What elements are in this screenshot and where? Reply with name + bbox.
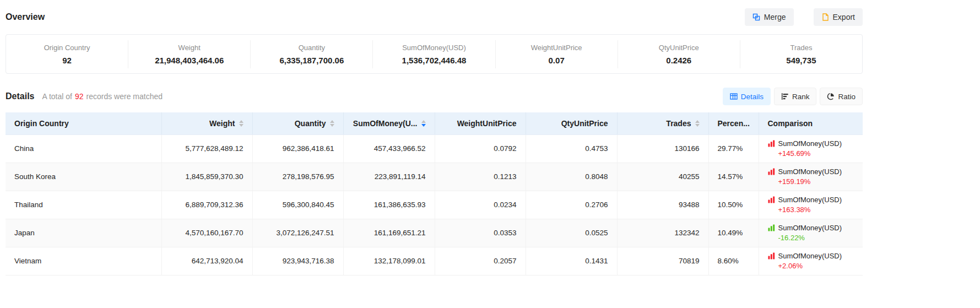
merge-button-label: Merge xyxy=(764,13,786,21)
summary-label: Trades xyxy=(743,44,860,52)
sort-icon[interactable] xyxy=(421,120,426,127)
col-weight[interactable]: Weight xyxy=(161,112,252,134)
summary-value: 92 xyxy=(8,56,126,65)
cell-weight-unit-price: 0.1213 xyxy=(435,163,526,191)
cell-sum: 457,433,966.52 xyxy=(343,134,435,163)
mini-bar-chart-icon[interactable] xyxy=(768,252,775,260)
summary-item-quantity: Quantity 6,335,187,700.06 xyxy=(250,40,372,68)
cell-sum: 223,891,119.14 xyxy=(343,163,435,191)
mini-bar-chart-icon[interactable] xyxy=(768,196,775,203)
summary-value: 0.07 xyxy=(498,56,615,65)
summary-item-qtyunitprice: QtyUnitPrice 0.2426 xyxy=(618,40,740,68)
cell-quantity: 923,943,716.38 xyxy=(252,247,343,275)
pie-chart-icon xyxy=(827,93,835,100)
cell-quantity: 962,386,418.61 xyxy=(252,134,343,163)
col-quantity[interactable]: Quantity xyxy=(252,112,343,134)
cell-sum: 161,386,635.93 xyxy=(343,191,435,219)
tab-details-label: Details xyxy=(741,93,764,101)
cell-percent: 10.50% xyxy=(708,191,759,219)
mini-bar-chart-icon[interactable] xyxy=(768,168,775,175)
summary-value: 549,735 xyxy=(743,56,860,65)
cell-quantity: 596,300,840.45 xyxy=(252,191,343,219)
cell-comparison: SumOfMoney(USD) +163.38% xyxy=(759,191,863,219)
comparison-label: SumOfMoney(USD) xyxy=(778,224,842,232)
export-icon xyxy=(821,13,829,21)
comparison-label: SumOfMoney(USD) xyxy=(778,139,842,148)
tab-rank[interactable]: Rank xyxy=(774,88,817,105)
sort-icon[interactable] xyxy=(695,120,700,127)
records-count: 92 xyxy=(75,92,84,101)
topbar: Overview Merge Export xyxy=(6,7,863,28)
col-label: Quantity xyxy=(295,119,326,128)
details-title: Details xyxy=(6,91,34,101)
records-matched-text: A total of92records were matched xyxy=(42,92,163,101)
col-label: QtyUnitPrice xyxy=(561,119,608,128)
comparison-change: +159.19% xyxy=(768,177,854,186)
cell-quantity: 278,198,576.95 xyxy=(252,163,343,191)
caret-down-icon xyxy=(330,124,334,127)
comparison-change: -16.22% xyxy=(768,234,854,242)
comparison-label: SumOfMoney(USD) xyxy=(778,196,842,204)
col-label: Origin Country xyxy=(14,119,69,128)
table-row: Japan 4,570,160,167.70 3,072,126,247.51 … xyxy=(6,219,863,247)
table-row: South Korea 1,845,859,370.30 278,198,576… xyxy=(6,163,863,191)
col-sumofmoney[interactable]: SumOfMoney(U... xyxy=(343,112,435,134)
tab-ratio[interactable]: Ratio xyxy=(820,88,863,105)
tab-rank-label: Rank xyxy=(792,93,810,101)
cell-trades: 93488 xyxy=(617,191,708,219)
col-origin-country: Origin Country xyxy=(6,112,161,134)
details-table: Origin Country Weight Quantity xyxy=(6,112,863,275)
cell-comparison: SumOfMoney(USD) +145.69% xyxy=(759,134,863,163)
cell-weight-unit-price: 0.0792 xyxy=(435,134,526,163)
cell-comparison: SumOfMoney(USD) +2.06% xyxy=(759,247,863,275)
summary-value: 1,536,702,446.48 xyxy=(375,56,492,65)
table-header-row: Origin Country Weight Quantity xyxy=(6,112,863,134)
cell-trades: 70819 xyxy=(617,247,708,275)
col-label: WeightUnitPrice xyxy=(457,119,517,128)
cell-sum: 132,178,099.01 xyxy=(343,247,435,275)
tab-details[interactable]: Details xyxy=(723,88,771,105)
export-button[interactable]: Export xyxy=(814,8,863,26)
cell-comparison: SumOfMoney(USD) +159.19% xyxy=(759,163,863,191)
details-bar: Details A total of92records were matched… xyxy=(6,87,863,106)
top-actions: Merge Export xyxy=(745,8,863,26)
merge-icon xyxy=(752,13,760,21)
summary-label: Weight xyxy=(131,44,248,52)
cell-weight: 4,570,160,167.70 xyxy=(161,219,252,247)
col-weightunitprice: WeightUnitPrice xyxy=(435,112,526,134)
sort-icon[interactable] xyxy=(239,120,243,127)
merge-button[interactable]: Merge xyxy=(745,8,794,26)
cell-trades: 40255 xyxy=(617,163,708,191)
cell-qty-unit-price: 0.4753 xyxy=(526,134,617,163)
caret-down-icon xyxy=(421,124,426,127)
caret-up-icon xyxy=(239,120,243,123)
col-trades[interactable]: Trades xyxy=(617,112,708,134)
table-row: Vietnam 642,713,920.04 923,943,716.38 13… xyxy=(6,247,863,275)
col-label: Percen... xyxy=(718,119,750,128)
tab-ratio-label: Ratio xyxy=(838,93,856,101)
cell-trades: 132342 xyxy=(617,219,708,247)
page-title: Overview xyxy=(6,12,45,22)
cell-quantity: 3,072,126,247.51 xyxy=(252,219,343,247)
comparison-label: SumOfMoney(USD) xyxy=(778,252,842,260)
cell-country: Vietnam xyxy=(6,247,161,275)
rank-chart-icon xyxy=(781,93,789,100)
caret-down-icon xyxy=(239,124,243,127)
caret-up-icon xyxy=(330,120,334,123)
export-button-label: Export xyxy=(833,13,855,21)
summary-label: SumOfMoney(USD) xyxy=(375,44,492,52)
cell-percent: 14.57% xyxy=(708,163,759,191)
cell-weight-unit-price: 0.2057 xyxy=(435,247,526,275)
summary-label: QtyUnitPrice xyxy=(620,44,738,52)
cell-percent: 10.49% xyxy=(708,219,759,247)
cell-country: South Korea xyxy=(6,163,161,191)
comparison-change: +2.06% xyxy=(768,262,854,270)
sort-icon[interactable] xyxy=(330,120,334,127)
mini-bar-chart-icon[interactable] xyxy=(768,224,775,231)
overview-summary-card: Origin Country 92 Weight 21,948,403,464.… xyxy=(6,34,863,74)
comparison-label: SumOfMoney(USD) xyxy=(778,167,842,176)
cell-weight: 6,889,709,312.36 xyxy=(161,191,252,219)
mini-bar-chart-icon[interactable] xyxy=(768,140,775,147)
table-row: Thailand 6,889,709,312.36 596,300,840.45… xyxy=(6,191,863,219)
col-comparison: Comparison xyxy=(759,112,863,134)
